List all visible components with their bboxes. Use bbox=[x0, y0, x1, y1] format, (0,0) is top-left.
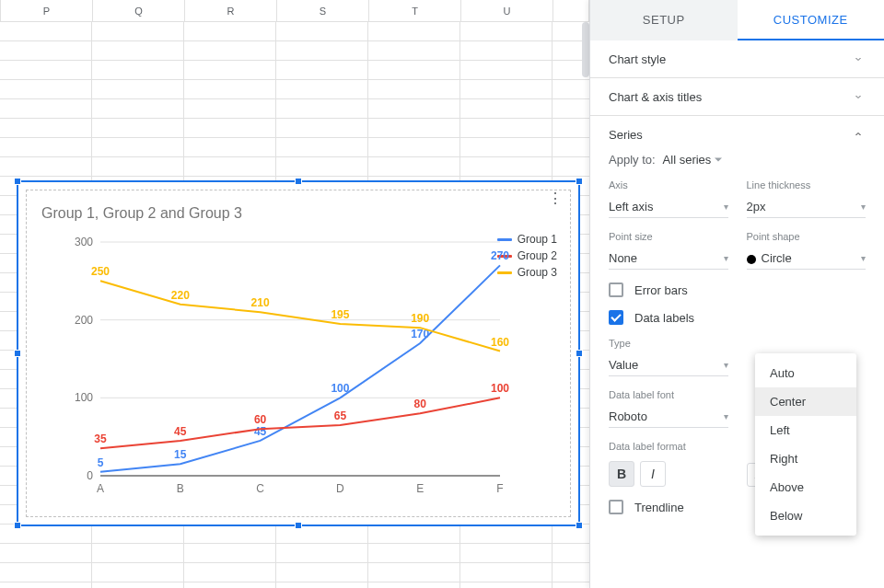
dropdown-item-auto[interactable]: Auto bbox=[755, 359, 856, 387]
cell[interactable] bbox=[276, 525, 368, 543]
cell[interactable] bbox=[368, 80, 460, 98]
cell[interactable] bbox=[460, 61, 552, 79]
cell[interactable] bbox=[92, 138, 184, 156]
trendline-checkbox[interactable] bbox=[609, 500, 623, 514]
resize-handle-ml[interactable] bbox=[14, 350, 21, 357]
cell[interactable] bbox=[92, 544, 184, 562]
italic-button[interactable]: I bbox=[640, 461, 666, 487]
cell[interactable] bbox=[368, 61, 460, 79]
cell[interactable] bbox=[460, 582, 552, 588]
data-labels-checkbox[interactable] bbox=[609, 310, 623, 325]
resize-handle-tc[interactable] bbox=[295, 178, 302, 185]
line-thickness-select[interactable]: 2px▾ bbox=[747, 196, 867, 218]
cell[interactable] bbox=[276, 80, 368, 98]
cell[interactable] bbox=[460, 563, 552, 582]
vertical-scrollbar[interactable] bbox=[582, 22, 589, 77]
dropdown-item-left[interactable]: Left bbox=[755, 416, 856, 444]
resize-handle-br[interactable] bbox=[576, 522, 583, 529]
cell[interactable] bbox=[276, 563, 368, 582]
cell[interactable] bbox=[92, 22, 184, 40]
section-header-chart-style[interactable]: Chart style bbox=[590, 40, 884, 77]
dropdown-item-right[interactable]: Right bbox=[755, 444, 856, 473]
cell[interactable] bbox=[368, 138, 460, 156]
cell[interactable] bbox=[92, 61, 184, 79]
cell[interactable] bbox=[92, 525, 184, 543]
cell[interactable] bbox=[276, 22, 368, 40]
cell[interactable] bbox=[0, 138, 92, 156]
cell[interactable] bbox=[276, 61, 368, 79]
cell[interactable] bbox=[0, 41, 92, 60]
cell[interactable] bbox=[368, 563, 460, 582]
cell[interactable] bbox=[368, 22, 460, 40]
cell[interactable] bbox=[460, 157, 552, 176]
cell[interactable] bbox=[460, 80, 552, 98]
cell[interactable] bbox=[368, 157, 460, 176]
cell[interactable] bbox=[92, 582, 184, 588]
cell[interactable] bbox=[184, 99, 276, 118]
cell[interactable] bbox=[0, 22, 92, 40]
cell[interactable] bbox=[184, 61, 276, 79]
cell[interactable] bbox=[184, 138, 276, 156]
cell[interactable] bbox=[460, 138, 552, 156]
cell[interactable] bbox=[184, 22, 276, 40]
cell[interactable] bbox=[460, 41, 552, 60]
cell[interactable] bbox=[92, 563, 184, 582]
cell[interactable] bbox=[460, 544, 552, 562]
tab-setup[interactable]: SETUP bbox=[590, 0, 738, 40]
cell[interactable] bbox=[0, 119, 92, 137]
cell[interactable] bbox=[460, 119, 552, 137]
cell[interactable] bbox=[0, 544, 92, 562]
chart-selection[interactable]: ⋮ Group 1, Group 2 and Group 3 Group 1Gr… bbox=[17, 180, 580, 526]
error-bars-checkbox[interactable] bbox=[609, 282, 623, 297]
point-shape-select[interactable]: Circle▾ bbox=[747, 248, 867, 270]
chart-menu-icon[interactable]: ⋮ bbox=[548, 196, 563, 202]
cell[interactable] bbox=[92, 80, 184, 98]
cell[interactable] bbox=[184, 525, 276, 543]
cell[interactable] bbox=[184, 41, 276, 60]
cell[interactable] bbox=[276, 582, 368, 588]
cell[interactable] bbox=[184, 563, 276, 582]
point-size-select[interactable]: None▾ bbox=[609, 248, 728, 270]
dropdown-item-center[interactable]: Center bbox=[755, 387, 856, 416]
cell[interactable] bbox=[276, 119, 368, 137]
column-header[interactable]: Q bbox=[93, 0, 185, 21]
cell[interactable] bbox=[184, 119, 276, 137]
cell[interactable] bbox=[92, 119, 184, 137]
section-header-chart-axis-titles[interactable]: Chart & axis titles bbox=[590, 78, 884, 115]
cell[interactable] bbox=[184, 157, 276, 176]
resize-handle-mr[interactable] bbox=[576, 350, 583, 357]
dropdown-item-above[interactable]: Above bbox=[755, 473, 856, 502]
cell[interactable] bbox=[276, 157, 368, 176]
cell[interactable] bbox=[0, 99, 92, 118]
resize-handle-tl[interactable] bbox=[14, 178, 21, 185]
cell[interactable] bbox=[92, 157, 184, 176]
cell[interactable] bbox=[184, 80, 276, 98]
column-header[interactable]: R bbox=[185, 0, 277, 21]
data-label-font-select[interactable]: Roboto▾ bbox=[609, 406, 728, 428]
column-header[interactable]: S bbox=[277, 0, 369, 21]
cell[interactable] bbox=[368, 582, 460, 588]
dropdown-item-below[interactable]: Below bbox=[755, 502, 856, 530]
cell[interactable] bbox=[276, 544, 368, 562]
cell[interactable] bbox=[276, 41, 368, 60]
bold-button[interactable]: B bbox=[609, 461, 634, 487]
cell[interactable] bbox=[368, 525, 460, 543]
cell[interactable] bbox=[368, 544, 460, 562]
resize-handle-bc[interactable] bbox=[295, 522, 302, 529]
type-select[interactable]: Value▾ bbox=[609, 354, 728, 376]
axis-select[interactable]: Left axis▾ bbox=[609, 196, 728, 218]
cell[interactable] bbox=[0, 61, 92, 79]
cell[interactable] bbox=[368, 99, 460, 118]
cell[interactable] bbox=[460, 525, 552, 543]
cell[interactable] bbox=[184, 544, 276, 562]
cell[interactable] bbox=[0, 563, 92, 582]
apply-to-select[interactable]: All series bbox=[663, 153, 723, 167]
cell[interactable] bbox=[368, 41, 460, 60]
resize-handle-bl[interactable] bbox=[14, 522, 21, 529]
resize-handle-tr[interactable] bbox=[576, 178, 583, 185]
cell[interactable] bbox=[460, 99, 552, 118]
cell[interactable] bbox=[276, 99, 368, 118]
column-header[interactable]: T bbox=[369, 0, 461, 21]
cell[interactable] bbox=[0, 80, 92, 98]
chart[interactable]: ⋮ Group 1, Group 2 and Group 3 Group 1Gr… bbox=[26, 190, 571, 517]
